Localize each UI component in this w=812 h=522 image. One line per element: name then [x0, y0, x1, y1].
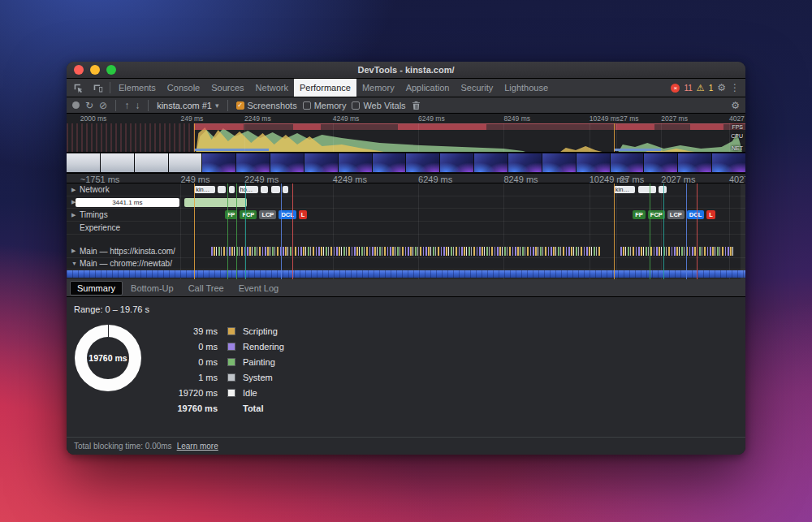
settings-gear-icon[interactable]: ⚙: [717, 82, 726, 93]
tab-network[interactable]: Network: [250, 79, 294, 97]
tab-call-tree[interactable]: Call Tree: [182, 282, 231, 295]
filmstrip-thumbnail[interactable]: [712, 153, 745, 172]
network-request-bar[interactable]: [638, 186, 656, 193]
filmstrip-thumbnail[interactable]: [236, 153, 270, 172]
legend-value: 19720 ms: [166, 388, 218, 398]
save-profile-button[interactable]: ↓: [135, 100, 140, 111]
track-row-timings[interactable]: ▶ Timings FP FCP LCP DCL L FP FCP LCP DC…: [67, 209, 745, 222]
filmstrip-thumbnail[interactable]: [270, 153, 304, 172]
filmstrip-thumbnail[interactable]: [202, 153, 235, 172]
track-row-network[interactable]: ▶ Network kin… ho… kin…: [67, 183, 745, 196]
disclosure-triangle-icon[interactable]: ▶: [71, 187, 80, 193]
disclosure-triangle-icon[interactable]: ▶: [71, 212, 80, 218]
record-icon: [72, 101, 80, 109]
tab-event-log[interactable]: Event Log: [232, 282, 286, 295]
error-icon[interactable]: ×: [671, 84, 680, 93]
track-row-experience[interactable]: Experience: [67, 222, 745, 235]
filmstrip-thumbnail[interactable]: [373, 153, 406, 172]
network-request-bar[interactable]: [218, 186, 226, 193]
network-request-bar[interactable]: [271, 186, 280, 193]
error-count[interactable]: 11: [684, 84, 692, 93]
filmstrip-thumbnail[interactable]: [542, 153, 576, 172]
device-toolbar-icon[interactable]: [88, 79, 107, 97]
filmstrip-thumbnail[interactable]: [339, 153, 372, 172]
clear-recording-button[interactable]: ⊘: [99, 100, 107, 111]
disclosure-triangle-icon[interactable]: ▶: [71, 248, 80, 254]
filmstrip-thumbnail[interactable]: [135, 153, 168, 172]
filmstrip-thumbnail[interactable]: [644, 153, 677, 172]
tab-memory[interactable]: Memory: [356, 79, 400, 97]
filmstrip-thumbnail[interactable]: [169, 153, 202, 172]
tab-console[interactable]: Console: [162, 79, 205, 97]
load-badge[interactable]: L: [299, 210, 308, 219]
warning-icon[interactable]: ⚠: [697, 84, 705, 93]
vertical-scrollbar[interactable]: [741, 183, 745, 279]
filmstrip-thumbnail[interactable]: [304, 153, 338, 172]
web-vitals-checkbox[interactable]: Web Vitals: [352, 101, 405, 110]
fcp-badge[interactable]: FCP: [648, 210, 665, 219]
filmstrip-thumbnail[interactable]: [611, 153, 644, 172]
minimize-window-button[interactable]: [90, 65, 100, 75]
lcp-badge[interactable]: LCP: [667, 210, 685, 219]
track-label: Main — chrome://newtab/: [80, 259, 172, 268]
tab-sources[interactable]: Sources: [205, 79, 249, 97]
network-request-bar[interactable]: kin…: [614, 186, 635, 193]
tab-summary[interactable]: Summary: [70, 281, 123, 296]
zoom-window-button[interactable]: [106, 65, 116, 75]
filmstrip-thumbnail[interactable]: [678, 153, 711, 172]
flame-chart-strip[interactable]: [211, 247, 601, 256]
load-badge[interactable]: L: [706, 210, 715, 219]
frame-duration-bar[interactable]: 3441.1 ms: [76, 198, 179, 207]
filmstrip-thumbnail[interactable]: [101, 153, 134, 172]
tab-security[interactable]: Security: [455, 79, 499, 97]
track-row-frames[interactable]: ▶ Frames 3441.1 ms: [67, 196, 745, 209]
lcp-badge[interactable]: LCP: [259, 210, 276, 219]
filmstrip-thumbnail[interactable]: [508, 153, 542, 172]
tab-application[interactable]: Application: [400, 79, 456, 97]
reload-and-record-button[interactable]: ↻: [85, 100, 93, 111]
fp-badge[interactable]: FP: [633, 210, 646, 219]
fcp-badge[interactable]: FCP: [240, 210, 257, 219]
filmstrip-thumbnail[interactable]: [440, 153, 473, 172]
frame-bar[interactable]: [184, 198, 247, 207]
flame-chart-strip[interactable]: [620, 247, 735, 256]
filmstrip-thumbnail[interactable]: [474, 153, 508, 172]
dcl-badge[interactable]: DCL: [687, 210, 704, 219]
filmstrip-thumbnail[interactable]: [577, 153, 610, 172]
learn-more-link[interactable]: Learn more: [177, 442, 218, 451]
network-request-bar[interactable]: kin…: [194, 186, 215, 193]
ruler-label: 27 ms: [620, 114, 638, 123]
track-row-main-newtab[interactable]: ▼ Main — chrome://newtab/: [67, 258, 745, 270]
legend-value: 39 ms: [166, 326, 218, 336]
newtab-activity-bar[interactable]: [67, 270, 745, 278]
disclosure-triangle-icon[interactable]: ▼: [71, 261, 80, 266]
warning-count[interactable]: 1: [709, 84, 714, 93]
capture-settings-gear-icon[interactable]: ⚙: [731, 100, 740, 111]
network-request-bar[interactable]: [261, 186, 268, 193]
dcl-badge[interactable]: DCL: [279, 210, 296, 219]
filmstrip-thumbnail[interactable]: [67, 153, 100, 172]
network-request-bar[interactable]: [283, 186, 288, 193]
inspect-element-icon[interactable]: [68, 79, 88, 97]
filmstrip-thumbnail[interactable]: [406, 153, 439, 172]
profile-select[interactable]: kinsta.com #1 ▾: [157, 101, 218, 110]
network-request-bar[interactable]: [659, 186, 667, 193]
tab-elements[interactable]: Elements: [113, 79, 162, 97]
memory-checkbox[interactable]: Memory: [303, 101, 347, 110]
trash-icon[interactable]: [412, 101, 421, 110]
record-button[interactable]: [72, 101, 80, 109]
network-request-bar[interactable]: ho…: [239, 186, 258, 193]
load-profile-button[interactable]: ↑: [124, 100, 129, 111]
track-row-main-kinsta[interactable]: ▶ Main — https://kinsta.com/: [67, 244, 745, 258]
tab-lighthouse[interactable]: Lighthouse: [499, 79, 554, 97]
tab-performance[interactable]: Performance: [294, 79, 356, 97]
screenshots-checkbox[interactable]: ✓ Screenshots: [236, 101, 297, 110]
close-window-button[interactable]: [74, 65, 84, 75]
timeline-overview[interactable]: 2000 ms 249 ms 2249 ms 4249 ms 6249 ms 8…: [67, 114, 745, 153]
blocking-time-text: Total blocking time: 0.00ms: [74, 442, 172, 451]
fp-badge[interactable]: FP: [225, 210, 238, 219]
more-menu-icon[interactable]: ⋮: [730, 82, 740, 93]
tab-bottom-up[interactable]: Bottom-Up: [124, 282, 180, 295]
window-titlebar[interactable]: DevTools - kinsta.com/: [67, 62, 745, 79]
network-request-bar[interactable]: [229, 186, 235, 193]
